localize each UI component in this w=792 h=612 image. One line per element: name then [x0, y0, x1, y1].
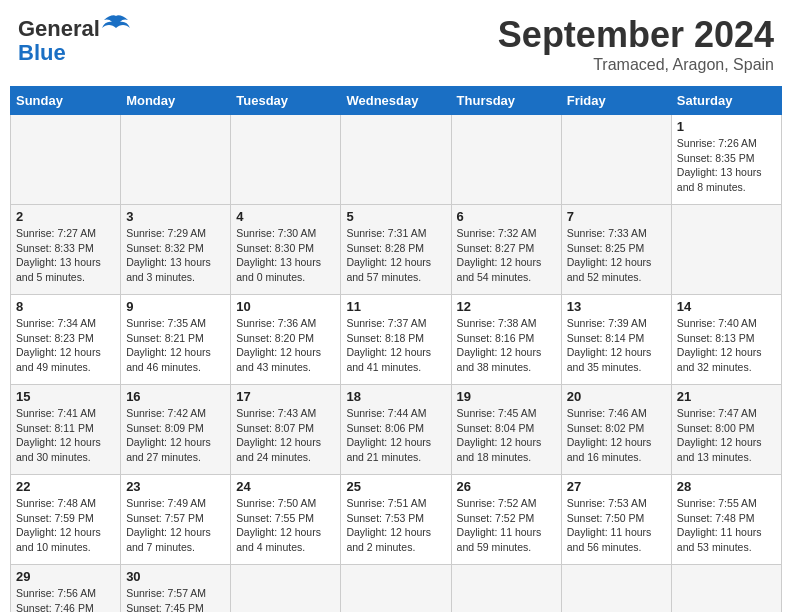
calendar-day-27: 27Sunrise: 7:53 AMSunset: 7:50 PMDayligh… — [561, 475, 671, 565]
day-number: 20 — [567, 389, 666, 404]
day-info: Sunrise: 7:53 AMSunset: 7:50 PMDaylight:… — [567, 496, 666, 555]
day-info: Sunrise: 7:26 AMSunset: 8:35 PMDaylight:… — [677, 136, 776, 195]
day-number: 15 — [16, 389, 115, 404]
day-info: Sunrise: 7:40 AMSunset: 8:13 PMDaylight:… — [677, 316, 776, 375]
empty-cell — [451, 115, 561, 205]
day-number: 21 — [677, 389, 776, 404]
day-info: Sunrise: 7:30 AMSunset: 8:30 PMDaylight:… — [236, 226, 335, 285]
page-header: General Blue September 2024 Tramaced, Ar… — [10, 10, 782, 78]
calendar-day-25: 25Sunrise: 7:51 AMSunset: 7:53 PMDayligh… — [341, 475, 451, 565]
day-number: 12 — [457, 299, 556, 314]
calendar-table: SundayMondayTuesdayWednesdayThursdayFrid… — [10, 86, 782, 612]
day-number: 16 — [126, 389, 225, 404]
day-info: Sunrise: 7:47 AMSunset: 8:00 PMDaylight:… — [677, 406, 776, 465]
day-info: Sunrise: 7:50 AMSunset: 7:55 PMDaylight:… — [236, 496, 335, 555]
day-info: Sunrise: 7:39 AMSunset: 8:14 PMDaylight:… — [567, 316, 666, 375]
calendar-day-18: 18Sunrise: 7:44 AMSunset: 8:06 PMDayligh… — [341, 385, 451, 475]
location-subtitle: Tramaced, Aragon, Spain — [498, 56, 774, 74]
day-number: 10 — [236, 299, 335, 314]
day-number: 9 — [126, 299, 225, 314]
day-info: Sunrise: 7:51 AMSunset: 7:53 PMDaylight:… — [346, 496, 445, 555]
calendar-day-5: 5Sunrise: 7:31 AMSunset: 8:28 PMDaylight… — [341, 205, 451, 295]
day-header-sunday: Sunday — [11, 87, 121, 115]
calendar-week-1: 1Sunrise: 7:26 AMSunset: 8:35 PMDaylight… — [11, 115, 782, 205]
calendar-day-7: 7Sunrise: 7:33 AMSunset: 8:25 PMDaylight… — [561, 205, 671, 295]
calendar-day-14: 14Sunrise: 7:40 AMSunset: 8:13 PMDayligh… — [671, 295, 781, 385]
day-info: Sunrise: 7:55 AMSunset: 7:48 PMDaylight:… — [677, 496, 776, 555]
day-header-thursday: Thursday — [451, 87, 561, 115]
day-info: Sunrise: 7:33 AMSunset: 8:25 PMDaylight:… — [567, 226, 666, 285]
day-header-wednesday: Wednesday — [341, 87, 451, 115]
empty-cell — [11, 115, 121, 205]
calendar-day-23: 23Sunrise: 7:49 AMSunset: 7:57 PMDayligh… — [121, 475, 231, 565]
empty-cell — [341, 565, 451, 613]
day-info: Sunrise: 7:34 AMSunset: 8:23 PMDaylight:… — [16, 316, 115, 375]
calendar-week-4: 15Sunrise: 7:41 AMSunset: 8:11 PMDayligh… — [11, 385, 782, 475]
logo-blue: Blue — [18, 40, 130, 66]
day-info: Sunrise: 7:46 AMSunset: 8:02 PMDaylight:… — [567, 406, 666, 465]
day-info: Sunrise: 7:57 AMSunset: 7:45 PMDaylight:… — [126, 586, 225, 612]
day-number: 23 — [126, 479, 225, 494]
day-header-friday: Friday — [561, 87, 671, 115]
calendar-day-26: 26Sunrise: 7:52 AMSunset: 7:52 PMDayligh… — [451, 475, 561, 565]
day-number: 26 — [457, 479, 556, 494]
calendar-day-8: 8Sunrise: 7:34 AMSunset: 8:23 PMDaylight… — [11, 295, 121, 385]
day-header-tuesday: Tuesday — [231, 87, 341, 115]
calendar-day-21: 21Sunrise: 7:47 AMSunset: 8:00 PMDayligh… — [671, 385, 781, 475]
calendar-week-3: 8Sunrise: 7:34 AMSunset: 8:23 PMDaylight… — [11, 295, 782, 385]
day-number: 28 — [677, 479, 776, 494]
calendar-header-row: SundayMondayTuesdayWednesdayThursdayFrid… — [11, 87, 782, 115]
empty-cell — [671, 205, 781, 295]
empty-cell — [121, 115, 231, 205]
day-number: 6 — [457, 209, 556, 224]
calendar-day-6: 6Sunrise: 7:32 AMSunset: 8:27 PMDaylight… — [451, 205, 561, 295]
day-header-monday: Monday — [121, 87, 231, 115]
day-info: Sunrise: 7:38 AMSunset: 8:16 PMDaylight:… — [457, 316, 556, 375]
day-number: 22 — [16, 479, 115, 494]
logo-general: General — [18, 16, 100, 42]
calendar-day-11: 11Sunrise: 7:37 AMSunset: 8:18 PMDayligh… — [341, 295, 451, 385]
month-year-title: September 2024 — [498, 14, 774, 56]
empty-cell — [341, 115, 451, 205]
day-number: 3 — [126, 209, 225, 224]
day-info: Sunrise: 7:27 AMSunset: 8:33 PMDaylight:… — [16, 226, 115, 285]
calendar-day-19: 19Sunrise: 7:45 AMSunset: 8:04 PMDayligh… — [451, 385, 561, 475]
empty-cell — [231, 115, 341, 205]
day-info: Sunrise: 7:29 AMSunset: 8:32 PMDaylight:… — [126, 226, 225, 285]
day-number: 8 — [16, 299, 115, 314]
day-number: 11 — [346, 299, 445, 314]
day-number: 24 — [236, 479, 335, 494]
empty-cell — [451, 565, 561, 613]
day-number: 5 — [346, 209, 445, 224]
calendar-day-12: 12Sunrise: 7:38 AMSunset: 8:16 PMDayligh… — [451, 295, 561, 385]
calendar-day-17: 17Sunrise: 7:43 AMSunset: 8:07 PMDayligh… — [231, 385, 341, 475]
day-info: Sunrise: 7:49 AMSunset: 7:57 PMDaylight:… — [126, 496, 225, 555]
day-number: 14 — [677, 299, 776, 314]
day-number: 1 — [677, 119, 776, 134]
day-number: 7 — [567, 209, 666, 224]
day-info: Sunrise: 7:48 AMSunset: 7:59 PMDaylight:… — [16, 496, 115, 555]
empty-cell — [231, 565, 341, 613]
day-number: 18 — [346, 389, 445, 404]
day-info: Sunrise: 7:36 AMSunset: 8:20 PMDaylight:… — [236, 316, 335, 375]
day-number: 29 — [16, 569, 115, 584]
day-number: 19 — [457, 389, 556, 404]
day-info: Sunrise: 7:31 AMSunset: 8:28 PMDaylight:… — [346, 226, 445, 285]
logo: General Blue — [18, 14, 130, 66]
day-info: Sunrise: 7:45 AMSunset: 8:04 PMDaylight:… — [457, 406, 556, 465]
calendar-day-20: 20Sunrise: 7:46 AMSunset: 8:02 PMDayligh… — [561, 385, 671, 475]
day-number: 27 — [567, 479, 666, 494]
calendar-day-28: 28Sunrise: 7:55 AMSunset: 7:48 PMDayligh… — [671, 475, 781, 565]
day-number: 25 — [346, 479, 445, 494]
day-number: 13 — [567, 299, 666, 314]
calendar-day-22: 22Sunrise: 7:48 AMSunset: 7:59 PMDayligh… — [11, 475, 121, 565]
day-info: Sunrise: 7:32 AMSunset: 8:27 PMDaylight:… — [457, 226, 556, 285]
calendar-day-3: 3Sunrise: 7:29 AMSunset: 8:32 PMDaylight… — [121, 205, 231, 295]
day-header-saturday: Saturday — [671, 87, 781, 115]
logo-bird-icon — [102, 14, 130, 40]
calendar-week-6: 29Sunrise: 7:56 AMSunset: 7:46 PMDayligh… — [11, 565, 782, 613]
day-info: Sunrise: 7:37 AMSunset: 8:18 PMDaylight:… — [346, 316, 445, 375]
day-info: Sunrise: 7:35 AMSunset: 8:21 PMDaylight:… — [126, 316, 225, 375]
day-number: 2 — [16, 209, 115, 224]
calendar-day-30: 30Sunrise: 7:57 AMSunset: 7:45 PMDayligh… — [121, 565, 231, 613]
